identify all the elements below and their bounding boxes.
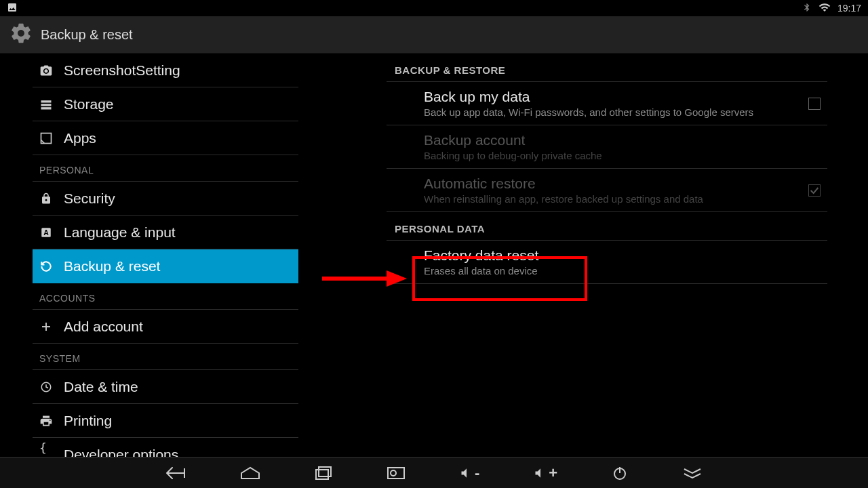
- svg-rect-3: [41, 107, 52, 109]
- sidebar-item-label: ScreenshotSetting: [64, 62, 180, 79]
- svg-text:A: A: [43, 228, 49, 236]
- nav-power[interactable]: [612, 465, 628, 481]
- item-backup-account: Backup accountBacking up to debug-only p…: [387, 125, 827, 169]
- sidebar-item-datetime[interactable]: Date & time: [33, 370, 298, 404]
- sidebar-item-developer[interactable]: { }Developer options: [33, 438, 298, 457]
- page-title: Backup & reset: [41, 27, 133, 43]
- sidebar-section-header: SYSTEM: [33, 344, 298, 370]
- sidebar-item-printing[interactable]: Printing: [33, 404, 298, 438]
- settings-icon: [9, 22, 33, 47]
- svg-rect-13: [316, 470, 328, 479]
- content-item-title: Backup account: [424, 132, 827, 148]
- nav-recent[interactable]: [315, 466, 332, 481]
- sidebar-item-label: Apps: [64, 130, 96, 146]
- sidebar-item-label: Backup & reset: [64, 258, 160, 274]
- sidebar-item-label: Storage: [64, 96, 114, 113]
- sidebar-item-label: Printing: [64, 413, 112, 429]
- camera-icon: [39, 64, 53, 77]
- picture-icon: [7, 4, 18, 15]
- sidebar-item-language[interactable]: ALanguage & input: [33, 216, 298, 249]
- content-item-title: Automatic restore: [424, 176, 827, 192]
- backup-icon: [39, 260, 53, 273]
- wifi-icon: [818, 1, 831, 16]
- sidebar-item-backup[interactable]: Backup & reset: [33, 249, 298, 283]
- sidebar-item-security[interactable]: Security: [33, 182, 298, 216]
- content-item-title: Back up my data: [424, 89, 827, 105]
- bluetooth-icon: [802, 3, 812, 14]
- svg-point-0: [45, 69, 48, 73]
- nav-vol-up[interactable]: +: [534, 464, 557, 482]
- sidebar-item-screenshot[interactable]: ScreenshotSetting: [33, 54, 298, 87]
- item-auto-restore: Automatic restoreWhen reinstalling an ap…: [387, 169, 827, 212]
- item-factory-reset[interactable]: Factory data resetErases all data on dev…: [387, 241, 827, 284]
- nav-home[interactable]: [240, 466, 260, 480]
- nav-bar: - +: [0, 457, 868, 488]
- sidebar-section-header: PERSONAL: [33, 155, 298, 182]
- sidebar-item-label: Language & input: [64, 224, 176, 241]
- content-item-title: Factory data reset: [424, 247, 827, 264]
- storage-icon: [39, 98, 53, 111]
- clock-icon: [39, 380, 53, 394]
- print-icon: [39, 414, 53, 428]
- nav-screenshot[interactable]: [387, 466, 406, 480]
- svg-rect-14: [319, 467, 331, 476]
- content-section-header: BACKUP & RESTORE: [387, 54, 827, 82]
- sidebar-item-apps[interactable]: Apps: [33, 121, 298, 155]
- title-bar: Backup & reset: [0, 16, 868, 54]
- language-icon: A: [39, 226, 53, 239]
- nav-vol-down[interactable]: -: [460, 464, 479, 482]
- dev-icon: { }: [39, 448, 53, 458]
- content-section-header: PERSONAL DATA: [387, 212, 827, 241]
- sidebar-item-label: Developer options: [64, 447, 178, 458]
- apps-icon: [39, 131, 53, 145]
- svg-rect-2: [41, 104, 52, 106]
- checkbox: [808, 184, 821, 197]
- content-item-subtitle: When reinstalling an app, restore backed…: [424, 193, 827, 205]
- svg-rect-1: [41, 100, 52, 102]
- item-backup-data[interactable]: Back up my dataBack up app data, Wi-Fi p…: [387, 82, 827, 125]
- content-item-subtitle: Backing up to debug-only private cache: [424, 150, 827, 161]
- sidebar-item-label: Security: [64, 190, 115, 207]
- nav-expand[interactable]: [682, 467, 703, 479]
- sidebar-item-storage[interactable]: Storage: [33, 87, 298, 121]
- nav-back[interactable]: [165, 466, 186, 481]
- content-item-subtitle: Erases all data on device: [424, 265, 827, 277]
- lock-icon: [39, 192, 53, 205]
- svg-point-16: [391, 470, 396, 476]
- add-icon: [39, 320, 53, 333]
- status-time: 19:17: [837, 3, 861, 14]
- sidebar-item-label: Date & time: [64, 379, 138, 395]
- settings-sidebar: ScreenshotSettingStorageAppsPERSONALSecu…: [0, 54, 298, 457]
- status-bar: 19:17: [0, 0, 868, 16]
- sidebar-item-label: Add account: [64, 319, 143, 335]
- settings-content: BACKUP & RESTOREBack up my dataBack up a…: [298, 54, 868, 457]
- sidebar-section-header: ACCOUNTS: [33, 283, 298, 310]
- sidebar-item-add-account[interactable]: Add account: [33, 310, 298, 344]
- content-item-subtitle: Back up app data, Wi-Fi passwords, and o…: [424, 106, 827, 118]
- checkbox[interactable]: [808, 98, 821, 110]
